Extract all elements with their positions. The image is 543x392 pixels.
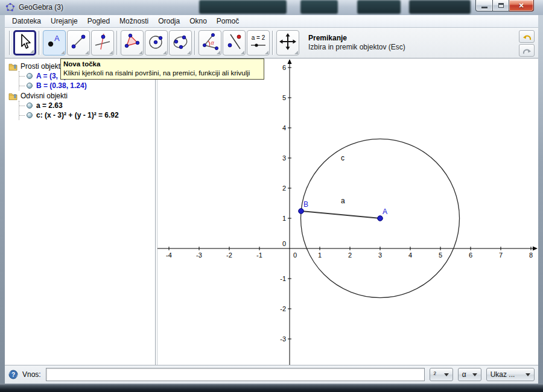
dropdown-value: Ukaz ... — [491, 370, 515, 379]
x-tick-label: 7 — [499, 251, 503, 259]
point-A[interactable] — [378, 216, 383, 221]
visibility-marble-icon[interactable] — [27, 73, 33, 79]
command-input[interactable] — [46, 368, 425, 381]
greek-letter-dropdown[interactable]: α — [458, 368, 481, 381]
tool-dropdown-corner-icon[interactable] — [109, 51, 113, 54]
menu-item-pogled[interactable]: Pogled — [83, 16, 115, 27]
tool-button-conic-ellipse[interactable] — [169, 30, 192, 55]
algebra-item-text: B = (0.38, 1.24) — [36, 81, 87, 90]
menu-item-pomo[interactable]: Pomoč — [212, 16, 244, 27]
x-tick-label: 2 — [348, 251, 352, 259]
menu-item-orodja[interactable]: Orodja — [153, 16, 185, 27]
new-point-icon: A — [45, 33, 63, 53]
tool-button-reflect-object[interactable] — [223, 30, 246, 55]
tool-button-angle[interactable]: α — [198, 30, 221, 55]
command-dropdown[interactable]: Ukaz ... — [486, 368, 535, 381]
tool-dropdown-corner-icon[interactable] — [187, 51, 191, 54]
minimize-button[interactable] — [475, 0, 493, 11]
input-bar: ? Vnos: ²αUkaz ... — [5, 365, 538, 384]
tool-dropdown-corner-icon[interactable] — [163, 51, 167, 54]
perpendicular-line-icon — [94, 33, 112, 53]
algebra-item-text: c: (x - 3)² + (y - 1)² = 6.92 — [36, 111, 119, 119]
y-tick-label: -3 — [280, 335, 286, 343]
tool-dropdown-corner-icon[interactable] — [265, 51, 268, 54]
tool-button-move-cursor[interactable] — [13, 30, 36, 55]
toolbar-separator — [272, 31, 274, 55]
tool-dropdown-corner-icon[interactable] — [139, 51, 142, 54]
tool-dropdown-corner-icon[interactable] — [85, 51, 89, 54]
input-label: Vnos: — [22, 370, 41, 379]
menu-item-datoteka[interactable]: Datoteka — [7, 16, 46, 27]
tool-button-slider[interactable]: a = 2 — [247, 30, 270, 55]
help-icon[interactable]: ? — [8, 370, 18, 379]
window-controls: ✕ — [475, 0, 534, 11]
visibility-marble-icon[interactable] — [27, 83, 33, 89]
x-tick-label: -3 — [196, 251, 202, 259]
x-tick-label: 8 — [529, 251, 533, 259]
y-tick-label: 0 — [282, 240, 286, 247]
titlebar: GeoGebra (3) ✕ — [0, 0, 543, 15]
tree-twig — [19, 115, 25, 116]
maximize-button[interactable] — [493, 0, 509, 11]
geogebra-window: GeoGebra (3) ✕ DatotekaUrejanjePogledMož… — [0, 0, 543, 392]
x-tick-label: 1 — [318, 251, 322, 259]
algebra-group-header[interactable]: Odvisni objekti — [8, 91, 155, 101]
close-icon: ✕ — [518, 2, 524, 10]
desktop-thumbnail-blob — [409, 0, 471, 14]
tool-button-circle-center-point[interactable] — [145, 30, 168, 55]
angle-icon: α — [201, 33, 219, 53]
menu-item-okno[interactable]: Okno — [185, 16, 212, 27]
toolbar-separator — [39, 31, 40, 55]
tool-dropdown-corner-icon[interactable] — [61, 51, 65, 54]
tool-button-segment[interactable] — [67, 30, 90, 55]
conic-ellipse-icon — [171, 33, 189, 53]
x-axis-arrow-icon — [533, 247, 538, 251]
tool-button-new-point[interactable]: A — [43, 30, 66, 55]
window-frame-right — [538, 15, 543, 384]
toolbar: Aαa = 2 Premikanje Izbira in premik obje… — [5, 28, 538, 58]
x-tick-label: 0 — [293, 251, 297, 259]
folder-icon — [8, 63, 21, 71]
circle-center-point-icon — [147, 33, 165, 53]
tool-dropdown-corner-icon[interactable] — [241, 51, 244, 54]
y-tick-label: 5 — [282, 94, 286, 101]
y-tick-label: -1 — [280, 275, 286, 282]
tool-button-polygon[interactable] — [121, 30, 144, 55]
undo-button[interactable] — [519, 30, 535, 43]
menu-item-monosti[interactable]: Možnosti — [115, 16, 153, 27]
point-label-B: B — [303, 200, 308, 209]
desktop-thumbnail-blob — [199, 0, 287, 14]
reflect-object-icon — [225, 33, 243, 53]
tool-dropdown-corner-icon[interactable] — [30, 49, 34, 53]
visibility-marble-icon[interactable] — [27, 112, 33, 118]
superscript-dropdown[interactable]: ² — [430, 368, 453, 381]
y-tick-label: -2 — [280, 305, 286, 312]
window-frame-left — [0, 15, 5, 384]
point-B[interactable] — [299, 209, 304, 214]
tool-button-perpendicular-line[interactable] — [91, 30, 114, 55]
segment-a[interactable] — [301, 211, 380, 218]
object-label-a: a — [341, 197, 345, 205]
y-tick-label: 2 — [282, 185, 286, 192]
dropdown-value: ² — [434, 370, 436, 379]
window-title: GeoGebra (3) — [19, 3, 63, 11]
redo-button[interactable] — [519, 44, 535, 57]
algebra-item-text: a = 2.63 — [36, 101, 63, 110]
toolbar-separator — [116, 31, 118, 55]
x-tick-label: 5 — [439, 251, 442, 259]
tool-dropdown-corner-icon[interactable] — [294, 51, 298, 54]
menu-item-urejanje[interactable]: Urejanje — [46, 16, 83, 27]
algebra-item[interactable]: c: (x - 3)² + (y - 1)² = 6.92 — [19, 110, 155, 120]
tooltip: Nova točka Klikni kjerkoli na risalni po… — [60, 58, 264, 80]
tool-button-move-graphics-view[interactable] — [276, 30, 299, 55]
desktop-thumbnail-blob — [357, 0, 401, 14]
close-button[interactable]: ✕ — [509, 0, 534, 11]
geogebra-logo-icon — [5, 2, 15, 12]
active-tool-title: Premikanje — [308, 34, 405, 43]
visibility-marble-icon[interactable] — [27, 103, 33, 109]
algebra-item[interactable]: B = (0.38, 1.24) — [19, 81, 155, 90]
tool-dropdown-corner-icon[interactable] — [217, 51, 220, 54]
algebra-item[interactable]: a = 2.63 — [19, 101, 155, 110]
graphics-view[interactable]: -4-3-2-1012345678-3-2-10123456acAB — [157, 58, 538, 365]
graphics-canvas[interactable]: -4-3-2-1012345678-3-2-10123456acAB — [157, 58, 538, 365]
